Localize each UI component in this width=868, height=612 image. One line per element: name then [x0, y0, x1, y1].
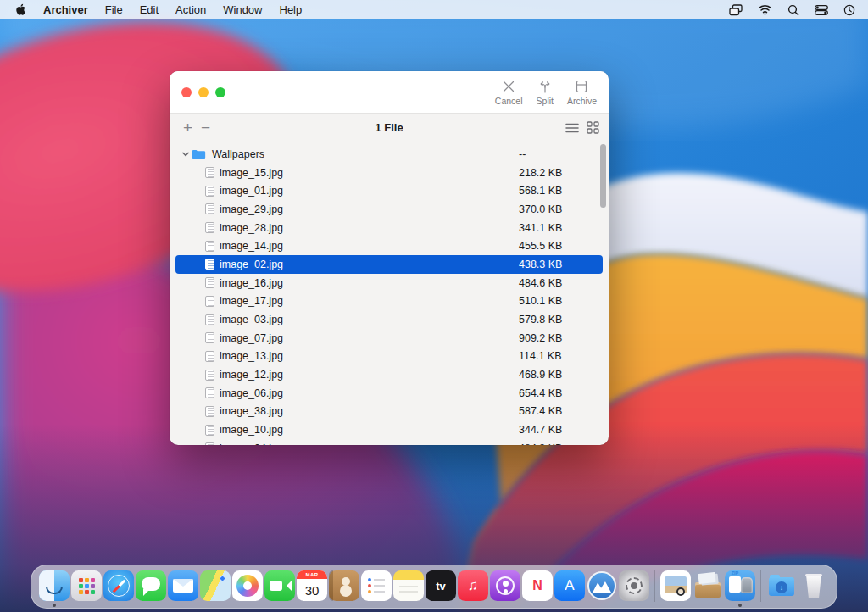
chevron-down-icon[interactable] [180, 390, 191, 397]
dock-podcasts-icon[interactable] [490, 570, 520, 601]
cancel-button[interactable]: Cancel [495, 79, 523, 106]
dock-unarchiver-icon[interactable] [693, 570, 723, 601]
dock-divider [760, 570, 761, 602]
chevron-down-icon[interactable] [180, 151, 191, 158]
chevron-down-icon[interactable] [180, 187, 191, 194]
dock-preview-icon[interactable] [660, 570, 691, 601]
chevron-down-icon[interactable] [180, 170, 191, 176]
file-name: image_04.jpg [220, 442, 283, 445]
dock-archiver-icon[interactable]: ZIP [725, 570, 755, 601]
file-icon [205, 167, 214, 178]
dock-downloads-icon[interactable]: ↓ [766, 570, 797, 601]
dock-calendar-icon[interactable]: MAR30 [297, 570, 327, 601]
spotlight-search-icon[interactable] [780, 4, 807, 16]
split-label: Split [537, 96, 554, 106]
add-file-button[interactable]: + [179, 120, 197, 136]
dock-facetime-icon[interactable] [264, 570, 295, 601]
file-row[interactable]: image_14.jpg 455.5 KB [175, 236, 603, 255]
file-icon [205, 406, 214, 417]
scrollbar-thumb[interactable] [600, 144, 606, 208]
dock-notes-icon[interactable] [393, 570, 424, 601]
menu-help[interactable]: Help [271, 0, 311, 19]
file-row[interactable]: image_17.jpg 510.1 KB [175, 292, 603, 311]
menu-bar: Archiver File Edit Action Window Help [0, 0, 868, 19]
file-row[interactable]: image_06.jpg 654.4 KB [175, 384, 603, 403]
grid-view-icon[interactable] [587, 121, 599, 134]
close-button[interactable] [181, 87, 192, 97]
file-size: 568.1 KB [519, 185, 562, 197]
dock-tv-icon[interactable]: tv [426, 570, 456, 601]
dock-launchpad-icon[interactable] [71, 570, 102, 601]
chevron-down-icon[interactable] [180, 225, 191, 231]
chevron-down-icon[interactable] [180, 426, 191, 433]
menu-edit[interactable]: Edit [131, 0, 167, 19]
file-row[interactable]: image_29.jpg 370.0 KB [175, 200, 603, 219]
file-row[interactable]: image_01.jpg 568.1 KB [175, 181, 603, 200]
dock-maps-icon[interactable] [200, 570, 231, 601]
chevron-down-icon[interactable] [180, 316, 191, 323]
dock-reminders-icon[interactable] [361, 570, 392, 601]
file-size: 654.4 KB [519, 387, 562, 399]
dock-settings-icon[interactable] [619, 570, 649, 601]
split-button[interactable]: Split [537, 79, 554, 106]
chevron-down-icon[interactable] [180, 280, 191, 287]
chevron-down-icon[interactable] [180, 242, 191, 249]
file-row[interactable]: image_12.jpg 468.9 KB [175, 365, 603, 384]
chevron-down-icon[interactable] [180, 261, 191, 268]
chevron-down-icon[interactable] [180, 408, 191, 414]
dock-appstore-icon[interactable]: A [554, 570, 585, 601]
archive-button[interactable]: Archive [567, 79, 597, 106]
file-row[interactable]: image_10.jpg 344.7 KB [175, 420, 603, 439]
control-center-icon[interactable] [807, 5, 836, 15]
menu-window[interactable]: Window [214, 0, 270, 19]
file-row[interactable]: Wallpapers -- [175, 145, 603, 164]
dock-photos-icon[interactable] [232, 570, 263, 601]
chevron-down-icon[interactable] [180, 298, 191, 304]
file-row[interactable]: image_02.jpg 438.3 KB [175, 255, 603, 274]
file-name: image_12.jpg [220, 369, 283, 381]
view-toggles [565, 121, 599, 134]
dock-mail-icon[interactable] [168, 570, 198, 601]
file-size: 344.7 KB [519, 424, 562, 436]
file-row[interactable]: image_16.jpg 484.6 KB [175, 274, 603, 292]
chevron-down-icon[interactable] [180, 371, 191, 378]
dock-music-icon[interactable]: ♫ [458, 570, 488, 601]
dock-contacts-icon[interactable] [329, 570, 359, 601]
dock-news-icon[interactable]: N [522, 570, 553, 601]
chevron-down-icon[interactable] [180, 206, 191, 213]
menu-app-name[interactable]: Archiver [35, 0, 97, 19]
minimize-button[interactable] [198, 87, 209, 97]
file-row[interactable]: image_28.jpg 341.1 KB [175, 219, 603, 237]
dock-messages-icon[interactable] [136, 570, 166, 601]
screen-mirroring-icon[interactable] [721, 4, 750, 16]
file-size: 438.3 KB [519, 259, 562, 270]
dock-trash-icon[interactable] [798, 570, 829, 601]
menu-file[interactable]: File [97, 0, 131, 19]
file-row[interactable]: image_04.jpg 484.3 KB [175, 439, 603, 445]
wifi-icon[interactable] [750, 4, 780, 15]
file-name: image_02.jpg [220, 259, 283, 270]
menu-action[interactable]: Action [167, 0, 214, 19]
chevron-down-icon[interactable] [180, 353, 191, 359]
file-size: 455.5 KB [519, 240, 562, 252]
clock-icon[interactable] [836, 4, 863, 16]
file-row[interactable]: image_38.jpg 587.4 KB [175, 403, 603, 421]
desktop: Archiver File Edit Action Window Help [0, 0, 868, 612]
dock-finder-icon[interactable] [39, 570, 70, 601]
file-size: 218.2 KB [519, 167, 562, 179]
archive-icon [574, 79, 589, 94]
chevron-down-icon[interactable] [180, 335, 191, 342]
zoom-button[interactable] [215, 87, 225, 97]
file-row[interactable]: image_13.jpg 114.1 KB [175, 348, 603, 366]
file-row[interactable]: image_15.jpg 218.2 KB [175, 164, 603, 182]
file-size: 370.0 KB [519, 203, 562, 215]
file-row[interactable]: image_07.jpg 909.2 KB [175, 329, 603, 348]
remove-file-button[interactable]: − [197, 120, 214, 136]
file-name: image_06.jpg [220, 387, 283, 399]
dock-safari-icon[interactable] [103, 570, 134, 601]
file-row[interactable]: image_03.jpg 579.8 KB [175, 310, 603, 329]
title-bar[interactable]: Cancel Split Archive [170, 71, 609, 114]
list-view-icon[interactable] [565, 123, 579, 133]
apple-menu-icon[interactable] [5, 3, 35, 16]
dock-mountain-icon[interactable] [587, 571, 616, 600]
